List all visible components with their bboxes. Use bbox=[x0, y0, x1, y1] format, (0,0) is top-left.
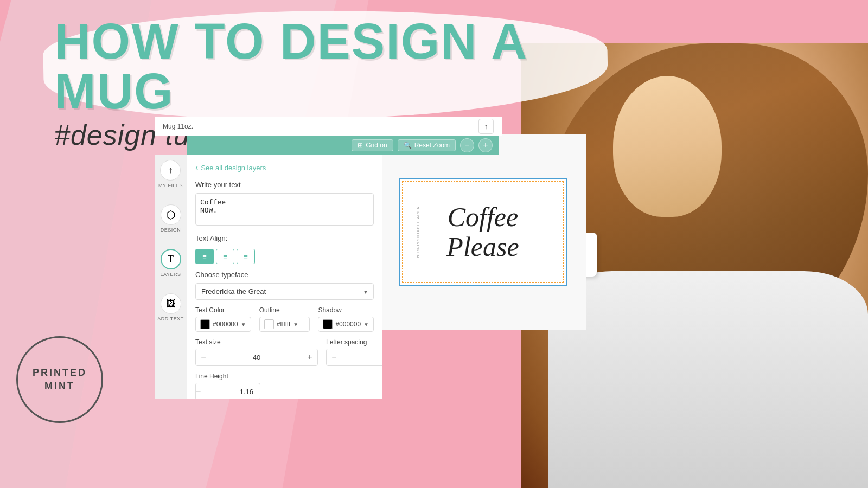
grid-on-button[interactable]: ⊞ Grid on bbox=[352, 139, 393, 151]
letter-spacing-stepper: − + bbox=[326, 349, 382, 366]
sidebar-label-layers: LAYERS bbox=[161, 272, 181, 277]
typeface-label: Choose typeface bbox=[195, 271, 374, 279]
write-text-label: Write your text bbox=[195, 181, 374, 189]
typeface-select-wrapper: Fredericka the Great bbox=[195, 283, 374, 300]
left-sidebar: ↑ MY FILES ⬡ DESIGN T LAYERS 🖼 ADD TEXT bbox=[155, 155, 187, 399]
letter-spacing-group: Letter spacing − + bbox=[326, 338, 382, 366]
text-color-selector[interactable]: #000000 ▼ bbox=[195, 317, 251, 332]
shadow-dropdown-icon: ▼ bbox=[363, 322, 369, 328]
sidebar-label-myfiles: MY FILES bbox=[158, 183, 183, 188]
design-icon[interactable]: ⬡ bbox=[161, 204, 181, 225]
sidebar-section-addtext[interactable]: 🖼 ADD TEXT bbox=[157, 293, 183, 322]
product-name: Mug 11oz. bbox=[163, 123, 193, 130]
text-color-label: Text Color bbox=[195, 306, 251, 314]
align-group: ≡ ≡ ≡ bbox=[195, 249, 374, 264]
color-row: Text Color #000000 ▼ Outline #ffffff ▼ S… bbox=[195, 306, 374, 332]
mug-design-container: NON-PRINTABLE AREA Coffee Please bbox=[399, 178, 567, 286]
shadow-color-swatch bbox=[323, 319, 333, 329]
text-size-stepper: − + bbox=[195, 349, 318, 366]
jacket-shape bbox=[548, 271, 868, 488]
text-color-group: Text Color #000000 ▼ bbox=[195, 306, 251, 332]
letter-spacing-input[interactable] bbox=[342, 354, 382, 362]
text-size-increase-button[interactable]: + bbox=[302, 349, 317, 365]
sidebar-label-addtext: ADD TEXT bbox=[157, 316, 183, 322]
add-text-icon[interactable]: 🖼 bbox=[161, 293, 181, 314]
outline-color-swatch bbox=[264, 319, 274, 329]
non-printable-label: NON-PRINTABLE AREA bbox=[416, 207, 420, 258]
zoom-in-button[interactable]: + bbox=[478, 138, 493, 152]
text-size-input[interactable] bbox=[211, 354, 302, 362]
panel-top-bar: Mug 11oz. ↑ bbox=[155, 117, 502, 136]
mug-design-box[interactable]: NON-PRINTABLE AREA Coffee Please bbox=[399, 178, 567, 286]
canvas-area: NON-PRINTABLE AREA Coffee Please bbox=[380, 134, 586, 330]
search-icon: 🔍 bbox=[404, 142, 412, 149]
outline-dropdown-icon: ▼ bbox=[293, 322, 298, 328]
sidebar-section-layers[interactable]: T LAYERS bbox=[161, 249, 181, 277]
mug-text: Coffee Please bbox=[446, 202, 519, 262]
back-arrow-icon: ‹ bbox=[195, 163, 198, 172]
logo-circle: PRINTED MINT bbox=[16, 336, 103, 423]
line-height-decrease-button[interactable]: − bbox=[196, 383, 201, 399]
upload-icon[interactable]: ↑ bbox=[478, 119, 494, 134]
line-height-input[interactable] bbox=[201, 388, 260, 396]
outline-color-group: Outline #ffffff ▼ bbox=[259, 306, 310, 332]
shadow-color-value: #000000 bbox=[335, 320, 361, 328]
brush-stroke: HOW TO DESIGN A MUG bbox=[54, 16, 597, 116]
shadow-color-group: Shadow #000000 ▼ bbox=[318, 306, 374, 332]
sidebar-label-design: DESIGN bbox=[161, 227, 181, 233]
main-title: HOW TO DESIGN A MUG bbox=[54, 16, 597, 116]
face-shape bbox=[613, 76, 722, 217]
outline-color-selector[interactable]: #ffffff ▼ bbox=[259, 317, 310, 332]
zoom-out-button[interactable]: − bbox=[460, 138, 474, 152]
text-size-decrease-button[interactable]: − bbox=[196, 349, 211, 365]
align-right-button[interactable]: ≡ bbox=[237, 249, 255, 264]
text-color-dropdown-icon: ▼ bbox=[241, 322, 246, 328]
text-color-swatch bbox=[200, 319, 210, 329]
align-label: Text Align: bbox=[195, 234, 374, 242]
line-height-label: Line Height bbox=[195, 373, 374, 380]
text-color-value: #000000 bbox=[213, 320, 238, 328]
text-size-group: Text size − + bbox=[195, 338, 318, 366]
letter-spacing-label: Letter spacing bbox=[326, 338, 382, 346]
sidebar-section-design[interactable]: ⬡ DESIGN bbox=[161, 204, 181, 233]
reset-zoom-button[interactable]: 🔍 Reset Zoom bbox=[398, 139, 456, 151]
align-center-button[interactable]: ≡ bbox=[216, 249, 234, 264]
upload-files-icon[interactable]: ↑ bbox=[160, 160, 181, 181]
sidebar-section-myfiles[interactable]: ↑ MY FILES bbox=[158, 160, 183, 188]
line-height-group: Line Height − + bbox=[195, 373, 374, 399]
line-height-stepper: − + bbox=[195, 383, 260, 399]
panel-toolbar: ⊞ Grid on 🔍 Reset Zoom − + bbox=[187, 136, 499, 155]
align-left-button[interactable]: ≡ bbox=[195, 249, 214, 264]
outline-label: Outline bbox=[259, 306, 310, 314]
outline-color-value: #ffffff bbox=[277, 320, 291, 328]
logo-text: PRINTED MINT bbox=[33, 366, 87, 393]
back-link[interactable]: ‹ See all design layers bbox=[195, 163, 374, 172]
mug-text-line1: Coffee bbox=[446, 202, 519, 232]
layers-icon[interactable]: T bbox=[161, 249, 181, 269]
shadow-color-selector[interactable]: #000000 ▼ bbox=[318, 317, 374, 332]
letter-spacing-decrease-button[interactable]: − bbox=[327, 349, 342, 365]
text-editor-panel: ‹ See all design layers Write your text … bbox=[187, 155, 382, 399]
mug-text-line2: Please bbox=[446, 232, 519, 262]
shadow-label: Shadow bbox=[318, 306, 374, 314]
typeface-select[interactable]: Fredericka the Great bbox=[195, 283, 374, 300]
text-input[interactable]: Coffee NOW. bbox=[195, 193, 374, 226]
size-row: Text size − + Letter spacing − + bbox=[195, 338, 374, 366]
text-size-label: Text size bbox=[195, 338, 318, 346]
grid-icon: ⊞ bbox=[358, 142, 363, 149]
